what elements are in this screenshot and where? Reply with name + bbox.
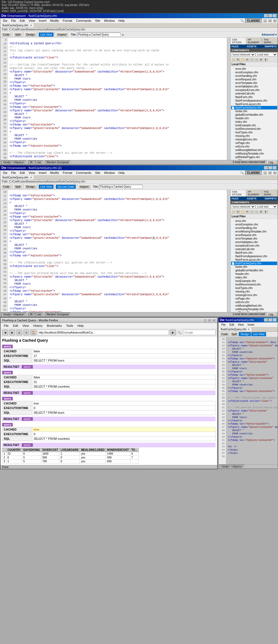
ff-menu-tools[interactable]: Tools <box>65 323 75 328</box>
code-btn-1[interactable]: Code <box>1 33 11 37</box>
ap-element-tab-2[interactable]: AP ELEMENT <box>246 190 262 196</box>
menu-insert-1[interactable]: Insert <box>37 18 48 23</box>
log-btn-1[interactable]: Log... <box>267 161 277 164</box>
ff-home[interactable]: 🏠 <box>30 329 36 335</box>
file-errorHandling[interactable]: 📄errorHandling.cfm <box>231 74 277 78</box>
file2-errorRequest[interactable]: 📄errorRequest.cfm <box>231 233 277 237</box>
refresh-btn[interactable]: ↻ <box>236 58 240 61</box>
file-error[interactable]: 📄error.cfm <box>231 67 277 71</box>
file-header[interactable]: 📄header.cfm <box>231 117 277 120</box>
file2-missing[interactable]: 📄missing.cfm <box>231 290 277 293</box>
code-btn-2[interactable]: Code <box>1 185 11 189</box>
liveview-btn-2[interactable]: Live View <box>39 185 54 189</box>
menu-help-1[interactable]: Help <box>117 18 126 23</box>
file-extendsCall[interactable]: 📄extendsCall.cfm <box>231 92 277 95</box>
tag-inspect-tab[interactable]: TAG INSPE... <box>262 38 278 44</box>
file-lockTypes[interactable]: 📄lockTypes.cfm <box>231 131 277 134</box>
firefox-search-input[interactable] <box>183 330 216 335</box>
file-index[interactable]: 📄index.cfm <box>231 120 277 124</box>
file2-errorHandling[interactable]: 📄errorHandling.cfm <box>231 226 277 230</box>
log-btn-2[interactable]: Log... <box>267 313 277 316</box>
new-folder-btn-2[interactable]: 📁 <box>240 210 245 213</box>
menu-commands-2[interactable]: Commands <box>74 171 93 175</box>
window-controls-2[interactable]: _ □ × <box>264 166 277 169</box>
tab-close-1[interactable]: × <box>30 24 32 27</box>
tag-inspect-tab-2[interactable]: TAG INSPE... <box>262 190 278 196</box>
css-styles-tab[interactable]: CSS STYLES <box>230 38 246 44</box>
tab-file-1[interactable]: flushCacheQuery.cfm × <box>0 23 34 27</box>
menu-file-3[interactable]: File <box>220 323 227 327</box>
inner-query-btn-3[interactable]: query <box>22 417 33 421</box>
file2-onError[interactable]: 📄onError.cfm <box>231 300 277 304</box>
maximize-button-2[interactable]: □ <box>268 166 272 169</box>
menu-window-2[interactable]: Window <box>102 171 116 175</box>
view-dropdown-1[interactable]: Local view <box>256 53 277 56</box>
menu-view-1[interactable]: View <box>27 18 37 23</box>
menu-help-2[interactable]: Help <box>117 171 126 175</box>
maximize-button-3[interactable]: □ <box>268 318 272 322</box>
ff-menu-bookmarks[interactable]: Bookmarks <box>45 323 64 328</box>
ff-maximize[interactable]: □ <box>207 319 211 322</box>
get-btn-2[interactable]: ⬇ <box>259 210 263 213</box>
close-button-1[interactable]: × <box>273 14 277 17</box>
livecode-btn-2[interactable]: Ua Live Code <box>56 185 76 189</box>
min-btn-menu-1[interactable]: _ <box>263 19 267 22</box>
menu-dw[interactable]: Dw <box>1 18 9 23</box>
code-content-2[interactable]: <cfdump var="#qToursCache#"> <cfquery na… <box>8 190 227 312</box>
file-noPage[interactable]: 📄noPage.cfm <box>231 141 277 145</box>
file2-missingErrors[interactable]: 📄missingErrors.cfm <box>231 293 277 297</box>
design-btn-3[interactable]: Design <box>239 332 251 336</box>
menu-file-2[interactable]: File <box>10 171 18 175</box>
file2-header[interactable]: 📄header.cfm <box>231 272 277 276</box>
file2-flashFormLayout[interactable]: 📄flashFormLayout.cfm <box>231 258 277 262</box>
minimize-button-3[interactable]: _ <box>264 318 268 322</box>
ff-reload[interactable]: ↻ <box>16 329 22 335</box>
code-btn-3[interactable]: Code <box>220 332 229 336</box>
file-lockExample[interactable]: 📄lockExample.cfm <box>231 124 277 127</box>
classic-badge-1[interactable]: CLASSIC <box>245 18 262 23</box>
menu-modify-2[interactable]: Modify <box>49 171 61 175</box>
close-button-3[interactable]: × <box>273 318 277 322</box>
file-flashFormLayout[interactable]: 📄flashFormLayout.cfm <box>231 102 277 106</box>
inspect-btn-2[interactable]: Inspect <box>78 185 90 189</box>
firefox-controls[interactable]: _ □ × <box>203 319 216 322</box>
maximize-button-1[interactable]: □ <box>268 14 272 17</box>
ap-element-tab[interactable]: AP ELEMENT <box>246 38 262 44</box>
classic-badge-2[interactable]: CLASSIC <box>245 171 262 175</box>
menu-insert-3[interactable]: Insert <box>246 323 256 327</box>
ff-forward[interactable]: ▶ <box>9 329 15 335</box>
menu-dw-2[interactable]: Dw <box>1 171 9 175</box>
delete-btn[interactable]: ✕ <box>245 58 249 61</box>
menu-file-1[interactable]: File <box>10 18 18 23</box>
menu-insert-2[interactable]: Insert <box>37 171 48 175</box>
file2-exceptionErrors[interactable]: 📄exceptionErrors.cfm <box>231 244 277 247</box>
minimize-button-2[interactable]: _ <box>264 166 268 169</box>
file2-lockExample[interactable]: 📄lockExample.cfm <box>231 279 277 283</box>
tab-file-2[interactable]: flushCacheQuery.cfm × <box>0 175 34 180</box>
menu-view-2[interactable]: View <box>27 171 37 175</box>
file2-footer[interactable]: 📄footer.cfm <box>231 265 277 269</box>
window-controls-3[interactable]: _ □ × <box>264 318 277 322</box>
file2-errorTemplate[interactable]: 📄errorTemplate.cfm <box>231 237 277 240</box>
scrollbar-2[interactable] <box>227 190 230 312</box>
max-btn-menu-1[interactable]: □ <box>268 19 272 22</box>
file2-error[interactable]: 📄error.cfm <box>231 219 277 223</box>
split-btn-2[interactable]: Split <box>14 185 22 189</box>
menu-edit-1[interactable]: Edit <box>18 18 27 23</box>
file2-flashForm[interactable]: 📄flashForm.cfm <box>231 251 277 255</box>
ff-menu-view[interactable]: View <box>21 323 31 328</box>
refresh-btn-2[interactable]: ↻ <box>236 210 240 213</box>
file2-onMissingTemplate[interactable]: 📄onMissingTemplate.cfm <box>231 307 277 311</box>
css-styles-tab-2[interactable]: CSS STYLES <box>230 190 246 196</box>
file-missing[interactable]: 📄missing.cfm <box>231 134 277 138</box>
folder-dropdown-1[interactable]: Suma Advanced <box>231 53 255 56</box>
minimize-button-1[interactable]: _ <box>264 14 268 17</box>
close-button-2[interactable]: × <box>273 166 277 169</box>
file2-extendsCall[interactable]: 📄extendsCall.cfm <box>231 247 277 251</box>
code-content-3[interactable]: <cfdump var="#qToursCache#"> data <cfque… <box>226 337 278 464</box>
inspect-btn-1[interactable]: Inspect <box>56 33 68 37</box>
file2-lockRecommend[interactable]: 📄lockRecommend.cfm <box>231 283 277 286</box>
connect-btn-2[interactable]: ⚡ <box>231 210 235 213</box>
title-input-1[interactable] <box>77 33 121 37</box>
folder-dropdown-2[interactable]: Suma Advanced <box>231 205 255 209</box>
